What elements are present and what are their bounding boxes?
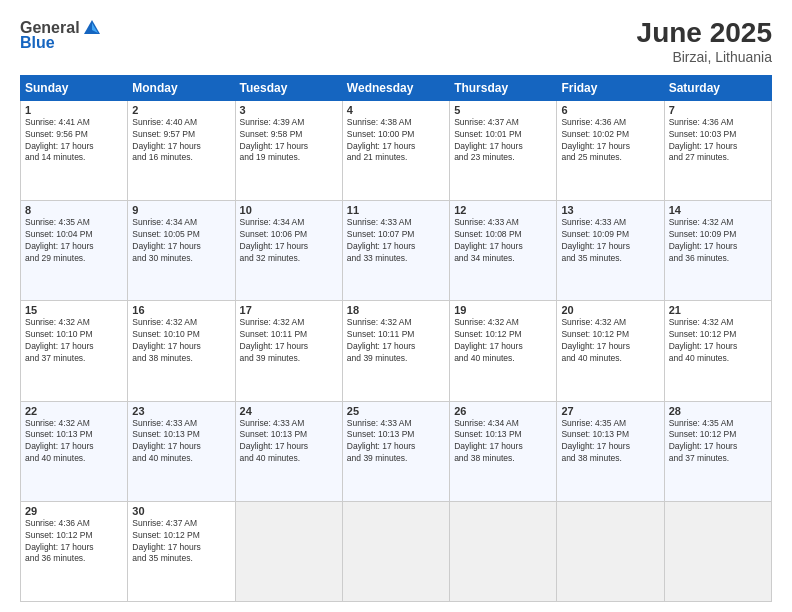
day-number: 3 (240, 104, 338, 116)
day-cell: 28Sunrise: 4:35 AM Sunset: 10:12 PM Dayl… (664, 401, 771, 501)
day-cell: 17Sunrise: 4:32 AM Sunset: 10:11 PM Dayl… (235, 301, 342, 401)
day-cell: 11Sunrise: 4:33 AM Sunset: 10:07 PM Dayl… (342, 201, 449, 301)
week-row-3: 15Sunrise: 4:32 AM Sunset: 10:10 PM Dayl… (21, 301, 772, 401)
day-info: Sunrise: 4:35 AM Sunset: 10:04 PM Daylig… (25, 217, 123, 265)
day-number: 20 (561, 304, 659, 316)
col-wednesday: Wednesday (342, 75, 449, 100)
day-number: 6 (561, 104, 659, 116)
day-cell: 10Sunrise: 4:34 AM Sunset: 10:06 PM Dayl… (235, 201, 342, 301)
day-number: 1 (25, 104, 123, 116)
day-number: 22 (25, 405, 123, 417)
day-info: Sunrise: 4:37 AM Sunset: 10:12 PM Daylig… (132, 518, 230, 566)
day-number: 5 (454, 104, 552, 116)
day-number: 17 (240, 304, 338, 316)
week-row-2: 8Sunrise: 4:35 AM Sunset: 10:04 PM Dayli… (21, 201, 772, 301)
calendar-table: Sunday Monday Tuesday Wednesday Thursday… (20, 75, 772, 602)
day-info: Sunrise: 4:35 AM Sunset: 10:12 PM Daylig… (669, 418, 767, 466)
day-number: 21 (669, 304, 767, 316)
day-cell: 18Sunrise: 4:32 AM Sunset: 10:11 PM Dayl… (342, 301, 449, 401)
header: General Blue June 2025 Birzai, Lithuania (20, 18, 772, 65)
header-row: Sunday Monday Tuesday Wednesday Thursday… (21, 75, 772, 100)
day-info: Sunrise: 4:40 AM Sunset: 9:57 PM Dayligh… (132, 117, 230, 165)
week-row-5: 29Sunrise: 4:36 AM Sunset: 10:12 PM Dayl… (21, 501, 772, 601)
day-number: 16 (132, 304, 230, 316)
day-info: Sunrise: 4:32 AM Sunset: 10:10 PM Daylig… (25, 317, 123, 365)
day-cell: 22Sunrise: 4:32 AM Sunset: 10:13 PM Dayl… (21, 401, 128, 501)
day-number: 7 (669, 104, 767, 116)
day-number: 14 (669, 204, 767, 216)
day-cell: 1Sunrise: 4:41 AM Sunset: 9:56 PM Daylig… (21, 100, 128, 200)
day-info: Sunrise: 4:33 AM Sunset: 10:13 PM Daylig… (240, 418, 338, 466)
day-info: Sunrise: 4:33 AM Sunset: 10:08 PM Daylig… (454, 217, 552, 265)
day-cell: 29Sunrise: 4:36 AM Sunset: 10:12 PM Dayl… (21, 501, 128, 601)
day-number: 2 (132, 104, 230, 116)
month-title: June 2025 (637, 18, 772, 49)
day-cell (235, 501, 342, 601)
day-info: Sunrise: 4:33 AM Sunset: 10:07 PM Daylig… (347, 217, 445, 265)
day-cell: 9Sunrise: 4:34 AM Sunset: 10:05 PM Dayli… (128, 201, 235, 301)
day-cell: 5Sunrise: 4:37 AM Sunset: 10:01 PM Dayli… (450, 100, 557, 200)
day-info: Sunrise: 4:35 AM Sunset: 10:13 PM Daylig… (561, 418, 659, 466)
day-number: 11 (347, 204, 445, 216)
day-cell (342, 501, 449, 601)
day-info: Sunrise: 4:32 AM Sunset: 10:12 PM Daylig… (454, 317, 552, 365)
col-tuesday: Tuesday (235, 75, 342, 100)
day-cell (664, 501, 771, 601)
col-thursday: Thursday (450, 75, 557, 100)
day-cell: 13Sunrise: 4:33 AM Sunset: 10:09 PM Dayl… (557, 201, 664, 301)
day-info: Sunrise: 4:34 AM Sunset: 10:06 PM Daylig… (240, 217, 338, 265)
day-cell: 21Sunrise: 4:32 AM Sunset: 10:12 PM Dayl… (664, 301, 771, 401)
day-cell (450, 501, 557, 601)
day-cell (557, 501, 664, 601)
day-info: Sunrise: 4:41 AM Sunset: 9:56 PM Dayligh… (25, 117, 123, 165)
day-number: 4 (347, 104, 445, 116)
day-info: Sunrise: 4:32 AM Sunset: 10:11 PM Daylig… (240, 317, 338, 365)
day-number: 26 (454, 405, 552, 417)
day-number: 10 (240, 204, 338, 216)
day-cell: 19Sunrise: 4:32 AM Sunset: 10:12 PM Dayl… (450, 301, 557, 401)
day-cell: 25Sunrise: 4:33 AM Sunset: 10:13 PM Dayl… (342, 401, 449, 501)
day-info: Sunrise: 4:32 AM Sunset: 10:11 PM Daylig… (347, 317, 445, 365)
day-number: 29 (25, 505, 123, 517)
day-cell: 6Sunrise: 4:36 AM Sunset: 10:02 PM Dayli… (557, 100, 664, 200)
day-number: 19 (454, 304, 552, 316)
day-info: Sunrise: 4:36 AM Sunset: 10:02 PM Daylig… (561, 117, 659, 165)
day-number: 27 (561, 405, 659, 417)
logo: General Blue (20, 18, 102, 51)
day-info: Sunrise: 4:33 AM Sunset: 10:13 PM Daylig… (347, 418, 445, 466)
col-monday: Monday (128, 75, 235, 100)
day-cell: 27Sunrise: 4:35 AM Sunset: 10:13 PM Dayl… (557, 401, 664, 501)
day-number: 13 (561, 204, 659, 216)
logo-blue: Blue (20, 35, 102, 51)
day-cell: 3Sunrise: 4:39 AM Sunset: 9:58 PM Daylig… (235, 100, 342, 200)
day-info: Sunrise: 4:32 AM Sunset: 10:13 PM Daylig… (25, 418, 123, 466)
day-number: 15 (25, 304, 123, 316)
day-number: 28 (669, 405, 767, 417)
day-info: Sunrise: 4:32 AM Sunset: 10:12 PM Daylig… (561, 317, 659, 365)
day-info: Sunrise: 4:37 AM Sunset: 10:01 PM Daylig… (454, 117, 552, 165)
title-block: June 2025 Birzai, Lithuania (637, 18, 772, 65)
day-number: 23 (132, 405, 230, 417)
day-info: Sunrise: 4:34 AM Sunset: 10:13 PM Daylig… (454, 418, 552, 466)
week-row-4: 22Sunrise: 4:32 AM Sunset: 10:13 PM Dayl… (21, 401, 772, 501)
day-cell: 8Sunrise: 4:35 AM Sunset: 10:04 PM Dayli… (21, 201, 128, 301)
day-info: Sunrise: 4:32 AM Sunset: 10:09 PM Daylig… (669, 217, 767, 265)
day-number: 18 (347, 304, 445, 316)
day-number: 24 (240, 405, 338, 417)
col-sunday: Sunday (21, 75, 128, 100)
day-info: Sunrise: 4:39 AM Sunset: 9:58 PM Dayligh… (240, 117, 338, 165)
day-info: Sunrise: 4:33 AM Sunset: 10:13 PM Daylig… (132, 418, 230, 466)
col-friday: Friday (557, 75, 664, 100)
day-cell: 30Sunrise: 4:37 AM Sunset: 10:12 PM Dayl… (128, 501, 235, 601)
day-cell: 7Sunrise: 4:36 AM Sunset: 10:03 PM Dayli… (664, 100, 771, 200)
day-number: 25 (347, 405, 445, 417)
day-info: Sunrise: 4:38 AM Sunset: 10:00 PM Daylig… (347, 117, 445, 165)
day-cell: 20Sunrise: 4:32 AM Sunset: 10:12 PM Dayl… (557, 301, 664, 401)
day-info: Sunrise: 4:34 AM Sunset: 10:05 PM Daylig… (132, 217, 230, 265)
day-info: Sunrise: 4:36 AM Sunset: 10:12 PM Daylig… (25, 518, 123, 566)
day-cell: 14Sunrise: 4:32 AM Sunset: 10:09 PM Dayl… (664, 201, 771, 301)
day-cell: 12Sunrise: 4:33 AM Sunset: 10:08 PM Dayl… (450, 201, 557, 301)
day-cell: 15Sunrise: 4:32 AM Sunset: 10:10 PM Dayl… (21, 301, 128, 401)
col-saturday: Saturday (664, 75, 771, 100)
day-cell: 16Sunrise: 4:32 AM Sunset: 10:10 PM Dayl… (128, 301, 235, 401)
